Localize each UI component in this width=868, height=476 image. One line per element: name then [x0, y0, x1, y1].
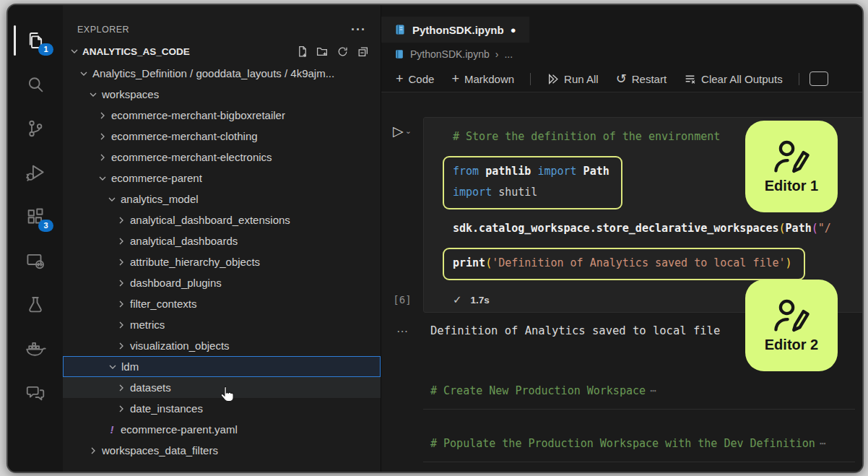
tree-item-workspaces-data-filters[interactable]: workspaces_data_filters [63, 440, 381, 461]
cell-gutter: ▷ ⌄ [6] [381, 117, 423, 313]
activity-testing-button[interactable] [8, 282, 63, 326]
toolbar-divider [530, 73, 531, 85]
tree-item-ecommerce-merchant-bigboxretailer[interactable]: ecommerce-merchant-bigboxretailer [63, 105, 381, 126]
markdown-cell-create-workspace[interactable]: # Create New Production Workspace⋯ [423, 378, 855, 410]
run-cell-button[interactable]: ▷ ⌄ [393, 123, 412, 139]
chevron-right-icon [115, 402, 128, 415]
tab-bar: PythonSDK.ipynb ● [381, 5, 862, 43]
output-menu-icon[interactable]: ⋯ [381, 324, 423, 338]
chevron-down-icon [77, 67, 90, 80]
tree-item-label: analytics_model [118, 193, 199, 205]
tree-item-dashboard-plugins[interactable]: dashboard_plugins [63, 272, 381, 293]
tree-item-label: Analytics_Definition / gooddata_layouts … [90, 67, 334, 79]
restart-button[interactable]: ↺ Restart [610, 70, 672, 88]
chevron-right-icon [115, 235, 128, 248]
modified-dot[interactable]: ● [511, 25, 516, 35]
breadcrumb-file[interactable]: PythonSDK.ipynb [410, 48, 490, 60]
tree-item-ecommerce-merchant-clothing[interactable]: ecommerce-merchant-clothing [63, 126, 381, 147]
breadcrumb-more[interactable]: ... [504, 48, 513, 60]
clear-all-outputs-button[interactable]: Clear All Outputs [678, 70, 789, 88]
highlight-box: from pathlib import Pathimport shutil [443, 156, 622, 209]
run-all-button[interactable]: Run All [541, 70, 604, 88]
workspace-section-title: ANALYTICS_AS_CODE [82, 46, 296, 57]
remote-explorer-icon [25, 250, 46, 272]
tree-item-analytics-model[interactable]: analytics_model [63, 189, 381, 209]
chevron-right-icon [96, 130, 109, 143]
person-edit-icon [771, 139, 812, 176]
file-tree: Analytics_Definition / gooddata_layouts … [63, 63, 381, 461]
activity-remote-explorer-button[interactable] [8, 238, 63, 282]
tree-item-workspaces[interactable]: workspaces [63, 84, 381, 105]
chevron-down-icon [68, 45, 81, 58]
badge-label: Editor 1 [765, 178, 818, 194]
tree-item-datasets[interactable]: datasets [63, 377, 381, 398]
workspace-section-header[interactable]: ANALYTICS_AS_CODE [63, 40, 381, 63]
tree-item-analytics-definition-gooddata-layouts-4k9ajm[interactable]: Analytics_Definition / gooddata_layouts … [63, 63, 381, 84]
collapsed-ellipsis: ⋯ [815, 437, 826, 450]
activity-source-control-button[interactable] [8, 106, 63, 150]
activity-comments-button[interactable] [8, 371, 63, 415]
editor-group: PythonSDK.ipynb ● PythonSDK.ipynb › ... … [381, 5, 862, 472]
tree-item-label: visualization_objects [128, 339, 230, 352]
highlight-box: print('Definition of Analytics saved to … [443, 248, 805, 280]
source-control-icon [25, 118, 46, 139]
tree-item-analytical-dashboards[interactable]: analytical_dashboards [63, 230, 381, 251]
tree-item-ecommerce-merchant-electronics[interactable]: ecommerce-merchant-electronics [63, 147, 381, 168]
tree-item-ldm[interactable]: ldm [63, 356, 381, 377]
add-code-cell-button[interactable]: + Code [390, 69, 440, 90]
tree-item-metrics[interactable]: metrics [63, 314, 381, 335]
run-all-icon [547, 73, 559, 85]
chevron-right-icon [115, 381, 128, 394]
search-icon [25, 74, 46, 95]
explorer-header: EXPLORER ··· [63, 20, 381, 40]
vscode-window: 1 3 [6, 4, 864, 473]
activity-run-debug-button[interactable] [8, 150, 63, 194]
badge-label: Editor 2 [765, 337, 818, 353]
explorer-actions [296, 46, 381, 58]
activity-explorer-button[interactable]: 1 [8, 18, 63, 62]
chevron-down-icon [105, 193, 118, 206]
add-markdown-cell-button[interactable]: + Markdown [446, 69, 520, 90]
activity-docker-button[interactable] [8, 326, 63, 371]
tree-item-label: ecommerce-merchant-clothing [109, 130, 258, 142]
code-line: from pathlib import Path [453, 161, 609, 182]
tab-pythonsdk-ipynb[interactable]: PythonSDK.ipynb ● [381, 17, 529, 43]
tree-item-visualization-objects[interactable]: visualization_objects [63, 335, 381, 356]
explorer-more-actions-icon[interactable]: ··· [351, 22, 366, 38]
chevron-right-icon [115, 256, 128, 269]
beaker-icon [25, 294, 46, 316]
tree-item-label: workspaces_data_filters [100, 444, 218, 456]
comments-icon [25, 382, 46, 404]
chevron-down-icon [106, 360, 119, 373]
tree-item-label: analytical_dashboard_extensions [128, 214, 290, 226]
explorer-badge: 1 [38, 43, 53, 56]
tree-item-label: metrics [128, 319, 165, 331]
chevron-down-icon: ⌄ [405, 126, 412, 136]
tree-item-filter-contexts[interactable]: filter_contexts [63, 293, 381, 314]
tree-item-analytical-dashboard-extensions[interactable]: analytical_dashboard_extensions [63, 209, 381, 230]
explorer-sidebar: EXPLORER ··· ANALYTICS_AS_CODE [63, 5, 381, 472]
tree-item-label: analytical_dashboards [128, 235, 238, 247]
tree-item-ecommerce-parent-yaml[interactable]: !ecommerce-parent.yaml [63, 419, 381, 440]
tree-item-date-instances[interactable]: date_instances [63, 398, 381, 419]
collapse-all-icon[interactable] [357, 46, 369, 58]
activity-extensions-button[interactable]: 3 [8, 194, 63, 238]
refresh-icon[interactable] [337, 46, 349, 58]
tree-item-label: ecommerce-merchant-bigboxretailer [109, 109, 285, 121]
new-folder-icon[interactable] [316, 46, 329, 58]
code-line: import shutil [453, 182, 609, 203]
breadcrumb-separator: › [495, 48, 499, 60]
tree-item-label: ecommerce-merchant-electronics [109, 151, 272, 163]
explorer-title: EXPLORER [77, 25, 129, 35]
restart-icon: ↺ [616, 73, 627, 85]
chevron-right-icon [115, 298, 128, 311]
activity-search-button[interactable] [8, 62, 63, 106]
chevron-right-icon [115, 339, 128, 352]
run-icon: ▷ [393, 123, 404, 139]
new-file-icon[interactable] [296, 46, 308, 58]
markdown-cell-populate-workspace[interactable]: # Populate the Production Workspace with… [423, 431, 855, 462]
tree-item-ecommerce-parent[interactable]: ecommerce-parent [63, 168, 381, 189]
tree-item-attribute-hierarchy-objects[interactable]: attribute_hierarchy_objects [63, 251, 381, 272]
variables-icon[interactable] [810, 72, 828, 86]
plus-icon: + [451, 72, 459, 87]
